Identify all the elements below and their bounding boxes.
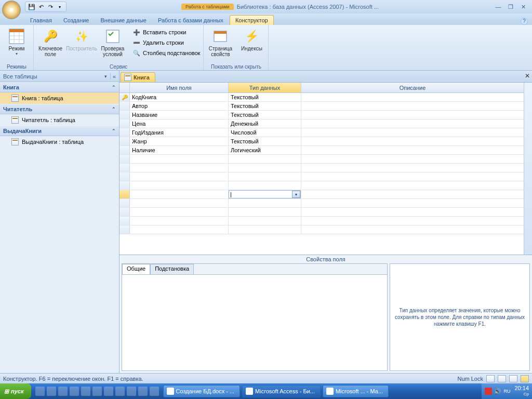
start-button[interactable]: ⊞пуск bbox=[0, 383, 31, 399]
word-icon bbox=[167, 388, 174, 395]
ql-icon[interactable] bbox=[127, 387, 136, 396]
view-datasheet-button[interactable] bbox=[486, 375, 495, 382]
close-button[interactable]: ✕ bbox=[518, 4, 528, 10]
view-design-button[interactable] bbox=[521, 375, 529, 382]
tab-general[interactable]: Общие bbox=[122, 264, 150, 274]
ribbon: Режим ▾ Режимы 🔑 Ключевое поле ✨ Построи… bbox=[0, 25, 532, 71]
col-header-type[interactable]: Тип данных bbox=[229, 83, 301, 92]
dropdown-icon[interactable]: ▾ bbox=[292, 191, 300, 198]
nav-item-lending-table[interactable]: ВыдачаКниги : таблица bbox=[0, 136, 119, 148]
chevron-down-icon: ▾ bbox=[16, 51, 18, 56]
lookup-column-button[interactable]: 🔍Столбец подстановок bbox=[131, 48, 201, 58]
grid-header: Имя поля Тип данных Описание bbox=[119, 83, 524, 93]
property-sheet-button[interactable]: Страница свойств bbox=[206, 27, 235, 58]
tab-book-design[interactable]: Книга bbox=[121, 72, 155, 82]
view-pivot-button[interactable] bbox=[498, 375, 506, 382]
ql-icon[interactable] bbox=[115, 387, 125, 396]
office-button[interactable]: ⊞ bbox=[2, 1, 21, 19]
taskbar-clock[interactable]: 20:14Ср bbox=[512, 385, 529, 397]
chevron-up-icon: ⌃ bbox=[112, 85, 116, 90]
table-row[interactable] bbox=[119, 199, 524, 208]
wand-icon: ✨ bbox=[73, 28, 90, 45]
indexes-button[interactable]: ⚡ Индексы bbox=[237, 27, 266, 52]
nav-group-book[interactable]: Книга⌃ bbox=[0, 82, 119, 92]
save-icon[interactable]: 💾 bbox=[28, 3, 36, 11]
ql-icon[interactable] bbox=[70, 387, 79, 396]
tab-lookup[interactable]: Подстановка bbox=[150, 264, 194, 274]
taskbar-word[interactable]: Создание БД.docx - ... bbox=[163, 385, 241, 397]
table-row[interactable]: НаличиеЛогический bbox=[119, 146, 524, 155]
tray-icon[interactable]: 🔊 bbox=[494, 388, 501, 395]
work-area: Все таблицы ▾ « Книга⌃ Книга : таблица Ч… bbox=[0, 71, 532, 373]
view-button[interactable]: Режим ▾ bbox=[2, 27, 31, 57]
datatype-combobox[interactable]: |▾ bbox=[229, 190, 301, 198]
redo-icon[interactable]: ↷ bbox=[46, 3, 55, 11]
table-row[interactable] bbox=[119, 172, 524, 181]
collapse-pane-icon[interactable]: « bbox=[110, 73, 116, 79]
col-header-desc[interactable]: Описание bbox=[301, 83, 524, 92]
system-tray: 🔊 RU 20:14Ср bbox=[482, 383, 532, 399]
taskbar-access-2[interactable]: Microsoft ... - Ма... bbox=[323, 385, 389, 397]
nav-group-reader[interactable]: Читатетль⌃ bbox=[0, 104, 119, 114]
vertical-scrollbar[interactable] bbox=[524, 83, 532, 255]
taskbar-access-1[interactable]: Microsoft Access - Би... bbox=[242, 385, 321, 397]
nav-pane-header[interactable]: Все таблицы ▾ « bbox=[0, 71, 119, 82]
help-icon[interactable]: ? bbox=[521, 18, 528, 25]
table-row[interactable] bbox=[119, 208, 524, 217]
table-row[interactable]: ГодИзданияЧисловой bbox=[119, 128, 524, 137]
test-rules-button[interactable]: Проверка условий bbox=[98, 27, 127, 58]
table-row[interactable]: АвторТекстовый bbox=[119, 102, 524, 111]
nav-item-book-table[interactable]: Книга : таблица bbox=[0, 92, 119, 104]
table-row[interactable]: ЦенаДенежный bbox=[119, 119, 524, 128]
ribbon-tabs: Главная Создание Внешние данные Работа с… bbox=[0, 14, 532, 25]
minimize-button[interactable]: — bbox=[494, 4, 503, 10]
tab-home[interactable]: Главная bbox=[25, 16, 57, 25]
close-tab-button[interactable]: ✕ bbox=[525, 72, 530, 79]
qat-dropdown-icon[interactable]: ▾ bbox=[56, 3, 64, 11]
quick-access-toolbar: 💾 ↶ ↷ ▾ bbox=[25, 2, 66, 12]
delete-rows-button[interactable]: ➖Удалить строки bbox=[131, 37, 201, 48]
col-header-name[interactable]: Имя поля bbox=[130, 83, 229, 92]
tab-create[interactable]: Создание bbox=[58, 16, 95, 25]
datasheet-icon bbox=[8, 28, 25, 45]
new-row[interactable]: |▾ bbox=[119, 190, 524, 199]
status-bar: Конструктор. F6 = переключение окон. F1 … bbox=[0, 373, 532, 383]
svg-rect-1 bbox=[9, 29, 24, 32]
tab-dbtools[interactable]: Работа с базами данных bbox=[153, 16, 229, 25]
table-row[interactable] bbox=[119, 181, 524, 190]
table-row[interactable] bbox=[119, 225, 524, 234]
undo-icon[interactable]: ↶ bbox=[37, 3, 45, 11]
row-ops-stack: ➕Вставить строки ➖Удалить строки 🔍Столбе… bbox=[131, 27, 201, 58]
property-tabs-area: Общие Подстановка bbox=[122, 263, 388, 371]
insert-rows-button[interactable]: ➕Вставить строки bbox=[131, 27, 201, 37]
ql-icon[interactable] bbox=[138, 387, 148, 396]
nav-item-reader-table[interactable]: Читатетль : таблица bbox=[0, 114, 119, 126]
primary-key-button[interactable]: 🔑 Ключевое поле bbox=[36, 27, 65, 58]
ql-icon[interactable] bbox=[47, 387, 56, 396]
document-tabs: Книга ✕ bbox=[119, 71, 532, 82]
primary-key-icon: 🔑 bbox=[122, 95, 128, 100]
ql-icon[interactable] bbox=[104, 387, 113, 396]
table-row[interactable]: ЖанрТекстовый bbox=[119, 137, 524, 146]
ql-icon[interactable] bbox=[92, 387, 102, 396]
insert-row-icon: ➕ bbox=[132, 28, 141, 36]
tab-design[interactable]: Конструктор bbox=[230, 15, 274, 25]
restore-button[interactable]: ❐ bbox=[506, 4, 515, 10]
nav-group-lending[interactable]: ВыдачаКниги⌃ bbox=[0, 126, 119, 136]
table-row[interactable] bbox=[119, 164, 524, 172]
ribbon-group-tools: 🔑 Ключевое поле ✨ Построитель Проверка у… bbox=[34, 25, 204, 70]
table-row[interactable]: НазваниеТекстовый bbox=[119, 111, 524, 119]
chevron-down-icon: ▾ bbox=[104, 74, 107, 79]
table-row[interactable] bbox=[119, 217, 524, 225]
table-row[interactable]: 🔑КодКнигаТекстовый bbox=[119, 93, 524, 102]
view-chart-button[interactable] bbox=[509, 375, 517, 382]
ql-icon[interactable] bbox=[150, 387, 159, 396]
tray-lang-icon[interactable]: RU bbox=[503, 389, 510, 394]
ql-icon[interactable] bbox=[35, 387, 45, 396]
ql-icon[interactable] bbox=[58, 387, 68, 396]
ql-icon[interactable] bbox=[81, 387, 90, 396]
builder-button[interactable]: ✨ Построитель bbox=[67, 27, 96, 52]
tray-icon[interactable] bbox=[485, 388, 492, 395]
table-row[interactable] bbox=[119, 155, 524, 164]
tab-external[interactable]: Внешние данные bbox=[96, 16, 152, 25]
